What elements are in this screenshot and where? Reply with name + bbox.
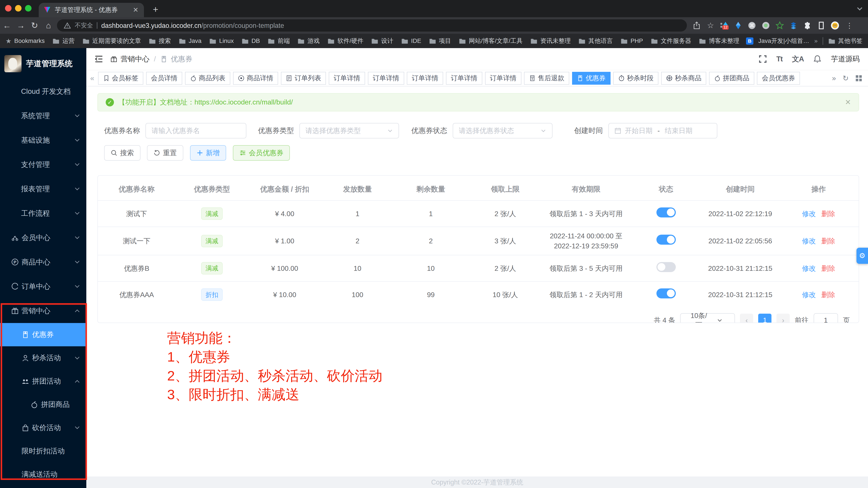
page-tag-订单详情[interactable]: 订单详情 bbox=[446, 72, 482, 85]
bookmark-folder[interactable]: 设计 bbox=[371, 37, 393, 45]
minimize-window-button[interactable] bbox=[15, 5, 22, 12]
sidebar-item-营销中心[interactable]: 营销中心 bbox=[0, 298, 86, 323]
sidebar-item-商品中心[interactable]: P商品中心 bbox=[0, 250, 86, 274]
bookmark-folder[interactable]: 项目 bbox=[429, 37, 451, 45]
sidebar-item-优惠券[interactable]: 优惠券 bbox=[0, 323, 86, 346]
bookmark-folder[interactable]: 运营 bbox=[53, 37, 74, 45]
bookmark-folder[interactable]: 博客未整理 bbox=[699, 37, 739, 45]
layout-grid-icon[interactable] bbox=[855, 75, 862, 82]
coupon-status-select[interactable]: 请选择优惠券状态 bbox=[453, 123, 552, 138]
bookmark-folder[interactable]: Java bbox=[179, 37, 202, 45]
phone-frame-icon[interactable] bbox=[817, 21, 826, 30]
page-tag-拼团商品[interactable]: 拼团商品 bbox=[709, 72, 754, 85]
status-toggle[interactable] bbox=[656, 207, 676, 218]
bookmark-folder[interactable]: Linux bbox=[209, 37, 234, 45]
breadcrumb-root[interactable]: 营销中心 bbox=[121, 54, 149, 64]
prev-page-button[interactable]: ‹ bbox=[740, 314, 753, 323]
tags-scroll-left-icon[interactable]: « bbox=[86, 74, 98, 82]
settings-gear-button[interactable]: ⚙ bbox=[857, 248, 868, 264]
bookmarks-overflow-icon[interactable]: » bbox=[814, 37, 818, 45]
bookmark-folder[interactable]: 软件/硬件 bbox=[328, 37, 364, 45]
sidebar-item-系统管理[interactable]: 系统管理 bbox=[0, 104, 86, 128]
bookmark-folder[interactable]: DB bbox=[242, 37, 260, 45]
command-circle-icon[interactable]: ⌘ bbox=[748, 21, 756, 30]
blue-diamond-icon[interactable]: 12 bbox=[720, 21, 728, 30]
puzzle-icon[interactable] bbox=[803, 21, 811, 30]
sidebar-item-基础设施[interactable]: 基础设施 bbox=[0, 128, 86, 152]
delete-link[interactable]: 删除 bbox=[821, 291, 835, 298]
page-tag-会员标签[interactable]: 会员标签 bbox=[98, 72, 143, 85]
notice-close-icon[interactable]: ✕ bbox=[845, 98, 851, 107]
bookmark-folder[interactable]: PHP bbox=[621, 37, 643, 45]
page-tag-订单详情[interactable]: 订单详情 bbox=[485, 72, 521, 85]
username[interactable]: 芋道源码 bbox=[831, 54, 860, 64]
sidebar-item-拼团商品[interactable]: 拼团商品 bbox=[0, 393, 86, 416]
page-tag-商品列表[interactable]: 商品列表 bbox=[185, 72, 230, 85]
bookmark-folder[interactable]: 文件服务器 bbox=[651, 37, 691, 45]
page-tag-售后退款[interactable]: 售后退款 bbox=[524, 72, 569, 85]
page-tag-秒杀商品[interactable]: 秒杀商品 bbox=[661, 72, 707, 85]
bookmark-folder[interactable]: 游戏 bbox=[298, 37, 320, 45]
blue-chevrons-icon[interactable] bbox=[789, 21, 798, 30]
bell-icon[interactable] bbox=[813, 55, 822, 63]
sidebar-item-支付管理[interactable]: 支付管理 bbox=[0, 152, 86, 177]
add-button[interactable]: 新增 bbox=[190, 145, 226, 161]
other-bookmarks[interactable]: 其他书签 bbox=[828, 37, 863, 45]
coupon-type-select[interactable]: 请选择优惠券类型 bbox=[300, 123, 399, 138]
page-tag-订单详情[interactable]: 订单详情 bbox=[329, 72, 365, 85]
delete-link[interactable]: 删除 bbox=[821, 264, 835, 272]
collapse-sidebar-icon[interactable] bbox=[94, 55, 103, 63]
sidebar-item-报表管理[interactable]: 报表管理 bbox=[0, 177, 86, 201]
sidebar-item-限时折扣活动[interactable]: 限时折扣活动 bbox=[0, 439, 86, 463]
smiley-icon[interactable] bbox=[831, 21, 839, 30]
page-tag-订单详情[interactable]: 订单详情 bbox=[368, 72, 404, 85]
goto-page-input[interactable] bbox=[814, 313, 838, 323]
browser-menu-icon[interactable]: ⋮ bbox=[846, 21, 853, 30]
sidebar-item-砍价活动[interactable]: 砍价活动 bbox=[0, 416, 86, 439]
tab-close-icon[interactable]: ✕ bbox=[132, 6, 140, 14]
page-tag-会员详情[interactable]: 会员详情 bbox=[146, 72, 182, 85]
status-toggle[interactable] bbox=[656, 288, 676, 298]
edit-link[interactable]: 修改 bbox=[802, 291, 816, 298]
page-tag-商品详情[interactable]: 商品详情 bbox=[233, 72, 278, 85]
language-icon[interactable]: 文A bbox=[792, 54, 804, 64]
close-window-button[interactable] bbox=[5, 5, 12, 12]
bookmark-folder[interactable]: 网站/博客/文章/工具 bbox=[459, 37, 523, 45]
fullscreen-icon[interactable] bbox=[758, 55, 767, 63]
sidebar-item-订单中心[interactable]: 订单中心 bbox=[0, 274, 86, 298]
status-toggle[interactable] bbox=[656, 235, 676, 245]
record-circle-icon[interactable] bbox=[762, 21, 770, 30]
sidebar-item-满减送活动[interactable]: 满减送活动 bbox=[0, 463, 86, 486]
date-range-picker[interactable]: 开始日期 - 结束日期 bbox=[609, 123, 717, 138]
status-toggle[interactable] bbox=[656, 262, 676, 272]
bookmark-folder[interactable]: 资讯未整理 bbox=[530, 37, 571, 45]
blue-kite-icon[interactable] bbox=[734, 21, 742, 30]
share-icon[interactable] bbox=[692, 21, 701, 30]
member-coupon-button[interactable]: 会员优惠券 bbox=[233, 145, 290, 161]
tags-scroll-right-icon[interactable]: » bbox=[832, 74, 836, 82]
edit-link[interactable]: 修改 bbox=[802, 237, 816, 245]
bookmark-folder[interactable]: IDE bbox=[401, 37, 422, 45]
bookmark-link[interactable]: Java开发|小组首… bbox=[758, 37, 809, 45]
delete-link[interactable]: 删除 bbox=[821, 237, 835, 245]
new-tab-button[interactable]: + bbox=[149, 3, 161, 16]
reset-button[interactable]: 重置 bbox=[147, 145, 183, 161]
home-icon[interactable]: ⌂ bbox=[41, 21, 56, 30]
address-bar[interactable]: 不安全 dashboard-vue3.yudao.iocoder.cn/prom… bbox=[57, 19, 687, 32]
sidebar-item-拼团活动[interactable]: 拼团活动 bbox=[0, 370, 86, 393]
bookmark-folder[interactable]: 前端 bbox=[268, 37, 290, 45]
bookmark-folder[interactable]: 搜索 bbox=[149, 37, 171, 45]
tags-refresh-icon[interactable]: ↻ bbox=[843, 74, 849, 83]
page-1-button[interactable]: 1 bbox=[758, 314, 771, 323]
browser-tab[interactable]: 芋道管理系统 - 优惠券 ✕ bbox=[39, 3, 144, 17]
tab-search-icon[interactable] bbox=[856, 5, 864, 13]
forward-icon[interactable]: → bbox=[14, 21, 28, 30]
not-secure-warning-icon[interactable] bbox=[64, 22, 71, 29]
bookmarks-star-icon[interactable]: ★ bbox=[5, 37, 11, 45]
reload-icon[interactable]: ↻ bbox=[28, 21, 41, 30]
sidebar-item-秒杀活动[interactable]: 秒杀活动 bbox=[0, 346, 86, 370]
delete-link[interactable]: 删除 bbox=[821, 210, 835, 218]
page-tag-优惠券[interactable]: 优惠券 bbox=[572, 72, 611, 85]
bookmark-folder[interactable]: 其他语言 bbox=[578, 37, 613, 45]
search-button[interactable]: 搜索 bbox=[104, 145, 141, 161]
